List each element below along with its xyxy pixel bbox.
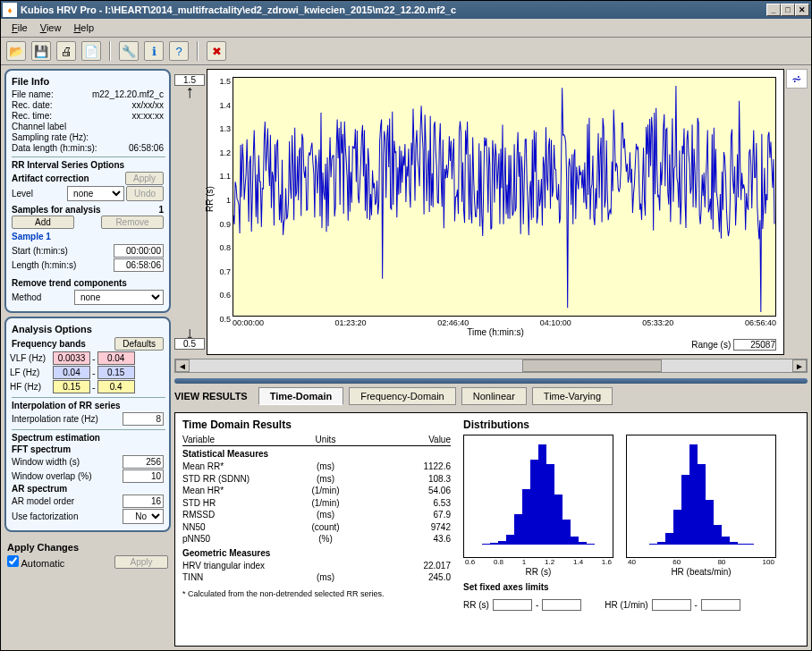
result-row: Mean RR*(ms)1122.6 xyxy=(182,461,451,473)
hf-hi[interactable]: 0.4 xyxy=(97,380,135,393)
tab-time-varying[interactable]: Time-Varying xyxy=(532,387,613,405)
recdate-label: Rec. date: xyxy=(12,100,53,110)
remove-sample-button[interactable]: Remove xyxy=(101,216,164,229)
apply-button[interactable]: Apply xyxy=(114,555,168,569)
ww-label: Window width (s) xyxy=(12,457,80,467)
lf-hi[interactable]: 0.15 xyxy=(97,366,135,379)
save-icon[interactable]: 💾 xyxy=(31,41,51,61)
filename-label: File name: xyxy=(12,89,54,99)
undo-button[interactable]: Undo xyxy=(126,186,164,201)
artifact-apply-button[interactable]: Apply xyxy=(125,172,164,185)
rr-lim-lo[interactable] xyxy=(493,599,532,611)
fft-label: FFT spectrum xyxy=(12,444,71,454)
close-file-icon[interactable]: ✖ xyxy=(207,41,226,61)
analysis-options-panel: Analysis Options Frequency bandsDefaults… xyxy=(4,317,171,532)
arord-input[interactable] xyxy=(123,495,164,508)
down-arrow-icon: ↓ xyxy=(185,327,194,338)
data-length-value: 06:58:06 xyxy=(129,143,164,153)
scroll-thumb[interactable] xyxy=(522,359,661,372)
maximize-button[interactable]: □ xyxy=(781,4,795,16)
ufact-label: Use factorization xyxy=(12,512,78,521)
results-area: Time Domain Results Variable Units Value… xyxy=(174,412,808,647)
wo-input[interactable] xyxy=(123,469,164,483)
rr-plot[interactable]: RR (s) 1.51.41.31.21.110.90.80.70.60.5 0… xyxy=(207,69,784,355)
result-row: HRV triangular index22.017 xyxy=(182,560,451,572)
titlebar: ♦ Kubios HRV Pro - I:\HEART\2014_multifr… xyxy=(1,1,811,19)
time-scrollbar[interactable]: ◄ ► xyxy=(174,359,808,373)
results-title: Time Domain Results xyxy=(182,418,451,431)
print-icon[interactable]: 🖨 xyxy=(56,41,76,61)
hf-lo[interactable]: 0.15 xyxy=(53,380,90,393)
start-input[interactable] xyxy=(114,244,164,258)
recdate-value: xx/xx/xx xyxy=(131,100,164,110)
help-icon[interactable]: ? xyxy=(169,41,189,61)
rr-histogram: 0.60.811.21.41.6 RR (s) xyxy=(463,435,613,577)
vlf-lo[interactable]: 0.0033 xyxy=(53,351,90,365)
hr-lim-hi[interactable] xyxy=(701,599,740,611)
vlf-hi[interactable]: 0.04 xyxy=(97,351,135,365)
menu-help[interactable]: Help xyxy=(68,21,99,35)
automatic-checkbox[interactable]: Automatic xyxy=(7,555,64,569)
irate-label: Interpolation rate (Hz) xyxy=(12,414,98,424)
ylim-lo-input[interactable] xyxy=(174,338,205,350)
tab-nonlinear[interactable]: Nonlinear xyxy=(461,387,527,405)
results-footnote: * Calculated from the non-detrended sele… xyxy=(182,589,451,598)
channel-label: Channel label xyxy=(12,122,66,131)
ufact-select[interactable]: No xyxy=(123,509,164,524)
scroll-left-icon[interactable]: ◄ xyxy=(175,359,190,372)
tab-frequency-domain[interactable]: Frequency-Domain xyxy=(349,387,456,405)
report-icon[interactable]: 📄 xyxy=(81,41,101,61)
lf-label: LF (Hz) xyxy=(10,368,51,377)
irate-input[interactable] xyxy=(123,412,164,426)
vlf-label: VLF (Hz) xyxy=(10,353,51,363)
result-row: STD RR (SDNN)(ms)108.3 xyxy=(182,473,451,486)
plot-canvas[interactable] xyxy=(233,77,776,317)
data-length-label: Data length (h:min:s): xyxy=(12,143,97,153)
result-row: STD HR(1/min)6.53 xyxy=(182,497,451,510)
ww-input[interactable] xyxy=(123,455,164,469)
limits-label: Set fixed axes limits xyxy=(463,582,799,592)
hr-limit-label: HR (1/min) xyxy=(605,600,647,610)
menubar: File View Help xyxy=(1,19,811,38)
view-results-label: VIEW RESULTS xyxy=(174,391,248,402)
hr-hist-xlabel: HR (beats/min) xyxy=(626,567,776,577)
start-label: Start (h:min:s) xyxy=(12,246,68,256)
samples-count: 1 xyxy=(158,205,164,215)
add-sample-button[interactable]: Add xyxy=(12,216,74,229)
settings-icon[interactable]: 🔧 xyxy=(119,41,139,61)
method-select[interactable]: none xyxy=(74,290,164,305)
analysis-header: Analysis Options xyxy=(12,324,165,334)
scroll-right-icon[interactable]: ► xyxy=(792,359,807,372)
file-info-header: File Info xyxy=(12,76,165,87)
legend-icon[interactable]: ⩫ xyxy=(786,69,808,89)
rr-lim-hi[interactable] xyxy=(542,599,581,611)
tab-time-domain[interactable]: Time-Domain xyxy=(258,387,343,405)
close-button[interactable]: ✕ xyxy=(795,4,809,16)
rr-hist-xlabel: RR (s) xyxy=(463,567,613,577)
plot-xlabel: Time (h:min:s) xyxy=(207,327,783,339)
sampling-rate-label: Sampling rate (Hz): xyxy=(12,132,89,142)
result-row: NN50(count)9742 xyxy=(182,521,451,534)
info-icon[interactable]: ℹ xyxy=(144,41,164,61)
interp-header: Interpolation of RR series xyxy=(12,397,165,410)
menu-file[interactable]: File xyxy=(6,21,33,35)
range-label: Range (s) xyxy=(691,340,731,350)
artifact-label: Artifact correction xyxy=(12,173,89,183)
lf-lo[interactable]: 0.04 xyxy=(53,366,90,379)
level-select[interactable]: none xyxy=(67,186,124,201)
menu-view[interactable]: View xyxy=(35,21,67,35)
apply-section: Apply Changes Automatic Apply xyxy=(4,539,171,571)
length-label: Length (h:min:s) xyxy=(12,260,76,270)
defaults-button[interactable]: Defaults xyxy=(114,337,164,351)
range-input[interactable] xyxy=(733,339,776,351)
length-input[interactable] xyxy=(114,258,164,272)
hr-lim-lo[interactable] xyxy=(652,599,691,611)
rectime-label: Rec. time: xyxy=(12,111,52,121)
result-row: TINN(ms)245.0 xyxy=(182,571,451,584)
minimize-button[interactable]: _ xyxy=(766,4,781,16)
file-info-panel: File Info File name:m22_12.20.mf2_c Rec.… xyxy=(4,69,171,313)
open-icon[interactable]: 📂 xyxy=(6,41,26,61)
up-arrow-icon: ↑ xyxy=(185,86,194,97)
distributions-title: Distributions xyxy=(463,418,799,431)
rr-limit-label: RR (s) xyxy=(463,600,489,610)
